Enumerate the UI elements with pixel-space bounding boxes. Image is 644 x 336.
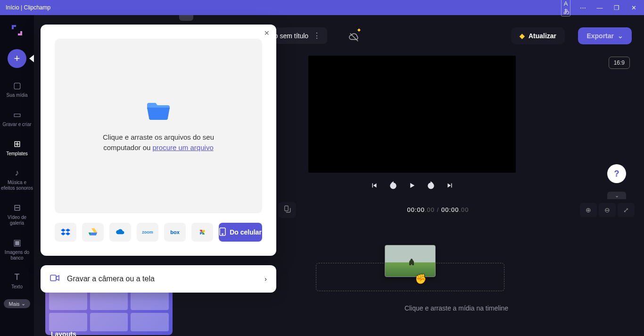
modal-close-icon[interactable]: ✕ xyxy=(264,29,270,37)
panel-resize-handle[interactable] xyxy=(179,15,193,21)
layouts-card[interactable] xyxy=(45,288,173,335)
provider-google-photos[interactable] xyxy=(191,223,213,242)
browse-file-link[interactable]: procure um arquivo xyxy=(153,143,214,151)
skip-end-icon[interactable] xyxy=(446,181,454,190)
rewind-5-icon[interactable] xyxy=(389,181,397,190)
zoom-in-icon[interactable]: ⊕ xyxy=(580,203,597,217)
provider-google-drive[interactable] xyxy=(82,223,104,242)
import-modal: ✕ Clique e arraste os arquivos do seu co… xyxy=(41,25,276,256)
svg-rect-3 xyxy=(285,206,289,211)
help-button[interactable]: ? xyxy=(607,164,626,183)
window-maximize-icon[interactable]: ❐ xyxy=(612,4,621,11)
premium-badge-icon: ◆ xyxy=(357,27,361,32)
zoom-out-icon[interactable]: ⊖ xyxy=(599,203,616,217)
provider-onedrive[interactable] xyxy=(109,223,131,242)
templates-icon: ⊞ xyxy=(14,139,21,149)
timeline-tools xyxy=(278,202,296,218)
svg-rect-6 xyxy=(50,275,56,281)
zoom-fit-icon[interactable]: ⤢ xyxy=(618,203,635,217)
export-label: Exportar xyxy=(586,32,614,40)
folder-icon: ▢ xyxy=(13,80,21,91)
upgrade-label: Atualizar xyxy=(528,32,556,40)
timeline-toolbar: 00:00.00 / 00:00.00 ⊕ ⊖ ⤢ xyxy=(278,201,635,219)
collapse-preview-icon[interactable]: ⌄ xyxy=(607,192,626,199)
layouts-label: Layouts xyxy=(51,330,76,336)
record-screen-card[interactable]: Gravar a câmera ou a tela › xyxy=(41,265,276,293)
timeline-tool-icon[interactable] xyxy=(283,205,291,215)
svg-point-5 xyxy=(222,234,223,235)
timeline-hint: Clique e arraste a mídia na timeline xyxy=(278,304,635,312)
folder-open-icon xyxy=(145,99,172,124)
drop-area-text: Clique e arraste os arquivos do seu comp… xyxy=(97,132,220,153)
import-from-phone-button[interactable]: Do celular xyxy=(219,223,262,242)
gem-icon: ◆ xyxy=(520,32,525,40)
chevron-right-icon: › xyxy=(264,275,267,283)
provider-box[interactable]: box xyxy=(164,223,186,242)
aspect-ratio-button[interactable]: 16:9 xyxy=(609,57,630,69)
music-icon: ♪ xyxy=(15,168,19,178)
file-drop-area[interactable]: Clique e arraste os arquivos do seu comp… xyxy=(55,39,262,213)
window-title: Início | Clipchamp xyxy=(6,4,50,11)
film-icon: ⊟ xyxy=(14,202,21,213)
sidebar-item-text[interactable]: T Texto xyxy=(0,269,34,293)
phone-button-label: Do celular xyxy=(230,228,262,236)
upgrade-button[interactable]: ◆ Atualizar xyxy=(511,27,565,44)
sidebar-item-templates[interactable]: ⊞ Templates xyxy=(0,136,34,160)
more-icon[interactable]: ⋯ xyxy=(578,4,587,11)
app-logo-icon xyxy=(9,23,25,38)
sidebar-item-music[interactable]: ♪ Música e efeitos sonoros xyxy=(0,165,34,194)
add-media-button[interactable]: + xyxy=(8,49,26,68)
preview-area xyxy=(308,56,516,190)
sidebar-item-stock-images[interactable]: ▣ Imagens do banco xyxy=(0,235,34,264)
record-card-label: Gravar a câmera ou a tela xyxy=(67,275,155,283)
language-icon[interactable]: Aあ xyxy=(561,0,570,17)
time-display: 00:00.00 / 00:00.00 xyxy=(296,206,580,214)
sidebar-item-stock-video[interactable]: ⊟ Vídeo de galeria xyxy=(0,200,34,229)
camera-icon: ▭ xyxy=(13,109,21,120)
left-sidebar: + ▢ Sua mídia ▭ Gravar e criar ⊞ Templat… xyxy=(0,15,34,336)
dragging-media-thumbnail[interactable] xyxy=(385,245,436,277)
sidebar-item-your-media[interactable]: ▢ Sua mídia xyxy=(0,77,34,101)
playback-controls xyxy=(308,181,516,190)
timeline-track[interactable]: ✊ Clique e arraste a mídia na timeline xyxy=(278,224,635,319)
window-minimize-icon[interactable]: — xyxy=(595,4,604,11)
sidebar-more-button[interactable]: Mais ⌄ xyxy=(4,299,30,308)
provider-zoom[interactable]: zoom xyxy=(137,223,158,242)
export-button[interactable]: Exportar ⌄ xyxy=(578,27,632,44)
play-icon[interactable] xyxy=(408,181,416,190)
text-icon: T xyxy=(15,272,20,282)
phone-icon xyxy=(219,227,226,237)
grab-cursor-icon: ✊ xyxy=(415,273,427,285)
image-icon: ▣ xyxy=(13,237,21,248)
preview-canvas xyxy=(308,56,516,173)
chevron-down-icon: ⌄ xyxy=(618,32,623,40)
skip-start-icon[interactable] xyxy=(370,181,379,190)
chevron-down-icon: ⌄ xyxy=(21,301,25,307)
camcorder-icon xyxy=(50,274,59,284)
sidebar-item-record-create[interactable]: ▭ Gravar e criar xyxy=(0,107,34,130)
window-close-icon[interactable]: ✕ xyxy=(629,4,638,11)
window-titlebar: Início | Clipchamp Aあ ⋯ — ❐ ✕ xyxy=(0,0,644,15)
cloud-sync-off-icon[interactable] xyxy=(349,32,359,45)
project-title: eo sem título xyxy=(271,32,308,40)
forward-5-icon[interactable] xyxy=(427,181,435,190)
provider-dropbox[interactable] xyxy=(55,223,76,242)
sidebar-more-label: Mais xyxy=(8,301,19,307)
project-menu-icon[interactable]: ⋮ xyxy=(313,31,321,40)
